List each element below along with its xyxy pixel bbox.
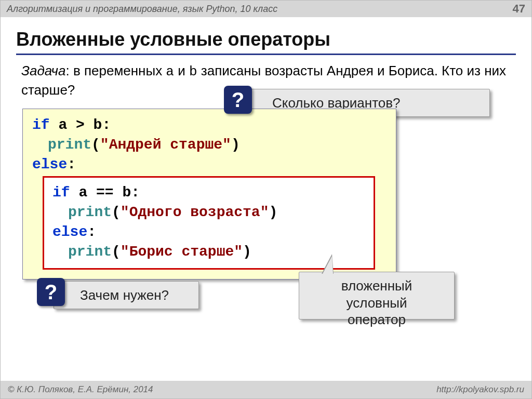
colon-inner: : [87,224,96,240]
task-label: Задача [21,63,65,78]
paren-close: ) [231,137,240,153]
str-boris: "Борис старше" [121,244,243,260]
str-andrey: "Андрей старше" [100,137,231,153]
paren-open-i2: ( [112,244,121,260]
code-line-1: if a > b: [32,115,387,135]
code-line-2: print("Андрей старше") [32,135,387,155]
header-bar: Алгоритмизация и программирование, язык … [1,1,531,17]
code-inner-line-1: if a == b: [52,183,365,203]
colon: : [67,156,76,172]
kw-else-inner: else [52,224,87,240]
code-inner-line-4: print("Борис старше") [52,242,365,262]
callout-nested-l1: вложенный [309,277,445,295]
paren-close-i1: ) [269,204,277,220]
callout-why: Зачем нужен? [54,281,199,309]
footer-copyright: © К.Ю. Поляков, Е.А. Ерёмин, 2014 [8,384,153,395]
question-mark-icon: ? [224,86,252,114]
func-print-inner2: print [68,244,112,260]
task-part1: в переменных [73,63,166,78]
qmark-glyph: ? [232,88,244,112]
task-var-a: a [166,64,174,79]
footer-url: http://kpolyakov.spb.ru [436,384,524,395]
callout-nested: вложенный условный оператор [299,272,455,320]
paren-open: ( [91,137,100,153]
kw-if-inner: if [52,184,70,201]
callout-nested-l2: условный [309,295,445,312]
task-var-b: b [189,64,197,79]
func-print: print [48,137,91,153]
question-mark-icon: ? [37,278,65,306]
slide: Алгоритмизация и программирование, язык … [0,0,532,399]
paren-open-i1: ( [112,204,121,220]
breadcrumb: Алгоритмизация и программирование, язык … [7,4,277,15]
qmark-glyph-2: ? [45,281,57,304]
code-inner-line-2: print("Одного возраста") [52,203,365,222]
footer-bar: © К.Ю. Поляков, Е.А. Ерёмин, 2014 http:/… [1,381,531,398]
func-print-inner1: print [68,204,112,220]
kw-if: if [32,117,50,133]
page-title: Вложенные условные операторы [16,29,516,55]
expr-a-eq-b: a == b: [70,184,140,201]
code-line-3: else: [32,155,387,175]
callout-why-text: Зачем нужен? [80,287,169,303]
callout-nested-l3: оператор [309,311,445,328]
task-colon: : [65,63,73,78]
page-number: 47 [513,2,525,16]
code-inner-line-3: else: [52,222,365,242]
speech-tail [323,256,333,274]
str-same-age: "Одного возраста" [121,204,269,220]
code-block-outer: if a > b: print("Андрей старше") else: i… [22,109,396,280]
task-and: и [174,63,189,78]
paren-close-i2: ) [243,244,251,260]
expr-a-gt-b: a > b: [50,117,111,133]
kw-else: else [32,156,67,172]
